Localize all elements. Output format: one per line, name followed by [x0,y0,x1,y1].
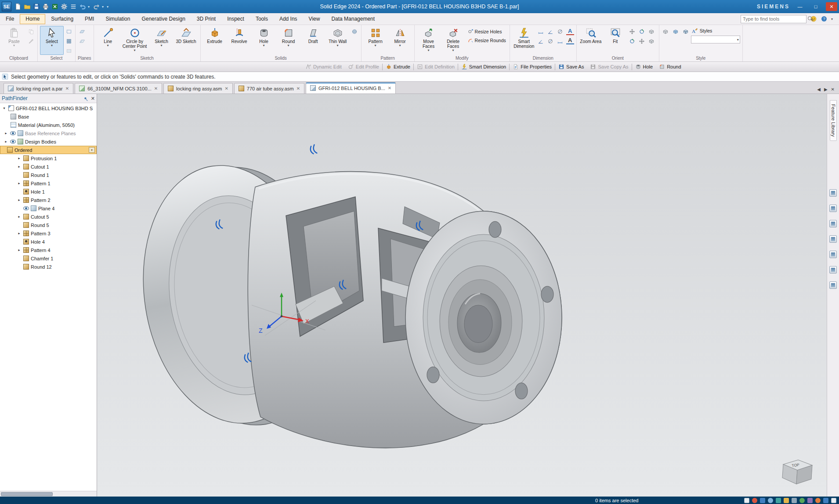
status-tray-icon[interactable] [807,498,813,503]
styles-dropdown[interactable]: ▾ [691,36,740,43]
pathfinder-item-round-1[interactable]: Round 1 [0,171,97,179]
menu-tab-inspect[interactable]: Inspect [221,14,250,24]
tab-close-icon[interactable]: ✕ [65,86,69,91]
menu-tab-home[interactable]: Home [20,14,45,24]
print-icon[interactable] [42,3,50,11]
new-document-icon[interactable] [14,3,22,11]
pathfinder-item-design-bodies[interactable]: ▸ Design Bodies [0,137,97,146]
pathfinder-hscrollbar[interactable] [0,491,97,497]
delete-faces-button[interactable]: Delete Faces ▾ [441,26,465,55]
close-button[interactable]: ✕ [826,2,837,11]
menu-tab-simulation[interactable]: Simulation [100,14,136,24]
round-toolbar-button[interactable]: Round [656,62,684,72]
panel-icon[interactable] [829,235,837,243]
pathfinder-item-pattern-2[interactable]: ▸ Pattern 2 [0,196,97,204]
pathfinder-item-round-5[interactable]: Round 5 [0,221,97,229]
panel-icon[interactable] [829,189,837,197]
list-icon[interactable] [69,3,77,11]
3d-viewport[interactable]: X Z TOP [97,94,827,497]
view-overrides-icon[interactable] [648,38,655,44]
status-tray-icon[interactable] [799,498,805,503]
mirror-button[interactable]: Mirror ▾ [388,26,412,55]
tab-bar-close-icon[interactable]: ✕ [831,87,835,92]
pathfinder-item-root[interactable]: ▾ GFRI-012 BELL HOUSING B3HD S [0,104,97,112]
pathfinder-item-cutout-5[interactable]: ▸ Cutout 5 [0,212,97,221]
doc-tab-770-air-tube[interactable]: 770 air tube assy.asm ✕ [234,83,304,94]
expander-icon[interactable]: ▸ [17,198,22,202]
panel-icon[interactable] [829,281,837,289]
menu-tab-generative-design[interactable]: Generative Design [136,14,191,24]
pathfinder-item-cutout-1[interactable]: ▸ Cutout 1 [0,162,97,171]
maximize-button[interactable]: □ [810,2,821,11]
pathfinder-item-material[interactable]: Material (Aluminum, 5050) [0,121,97,129]
pan-icon[interactable] [629,29,635,35]
undo-icon[interactable] [79,3,87,11]
angle-between-icon[interactable] [547,29,553,35]
pathfinder-item-round-12[interactable]: Round 12 [0,263,97,271]
file-properties-button[interactable]: File Properties [510,62,555,72]
open-icon[interactable] [23,3,31,11]
panel-icon[interactable] [829,266,837,274]
format-painter-icon[interactable] [28,38,34,44]
status-tray-icon[interactable] [768,498,773,503]
redo-icon[interactable] [93,3,101,11]
expander-icon[interactable]: ▸ [4,140,8,144]
dimension-more-icon[interactable] [557,38,563,44]
pattern-button[interactable]: Pattern ▾ [364,26,387,55]
panel-icon[interactable] [829,220,837,227]
edit-definition-button[interactable]: Edit Definition [414,62,458,72]
status-tray-icon[interactable] [744,498,749,503]
named-views-icon[interactable] [648,29,655,35]
sketch-button[interactable]: Sketch ▾ [150,26,174,55]
visible-edges-icon[interactable] [662,29,669,35]
ordered-options-icon[interactable]: ▾ [89,147,95,153]
status-tray-icon[interactable] [815,498,821,503]
status-tray-icon[interactable] [760,498,765,503]
menu-tab-pmi[interactable]: PMI [79,14,100,24]
symmetric-diameter-icon[interactable] [538,38,544,44]
extrude-button[interactable]: Extrude [203,26,227,55]
doc-tab-locking-ring-assy[interactable]: locking ring assy.asm ✕ [163,83,233,94]
visibility-eye-icon[interactable] [23,206,29,210]
dynamic-edit-button[interactable]: Dynamic Edit [302,62,345,72]
line-button[interactable]: Line ▾ [96,26,120,55]
status-tray-icon[interactable] [784,498,789,503]
panel-icon[interactable] [829,205,837,212]
select-tool-button[interactable]: Select ▾ [40,26,64,55]
text-profile-icon[interactable]: A [566,36,574,44]
view-cube[interactable]: TOP [782,460,812,484]
select-options-icon[interactable] [66,38,72,44]
draft-button[interactable]: Draft [301,26,325,55]
circle-by-center-point-button[interactable]: Circle by Center Point ▾ [121,26,149,55]
visibility-eye-icon[interactable] [10,131,16,135]
panel-icon[interactable] [829,251,837,258]
text-annotation-icon[interactable]: A [566,27,574,35]
pathfinder-item-pattern-3[interactable]: ▸ Pattern 3 [0,229,97,238]
move-faces-button[interactable]: Move Faces ▾ [417,26,441,55]
expander-icon[interactable]: ▸ [17,248,22,252]
save-icon[interactable] [33,3,40,11]
search-input[interactable] [741,16,807,22]
close-panel-icon[interactable]: ✕ [91,96,95,101]
save-copy-as-button[interactable]: Save Copy As [587,62,631,72]
status-tray-icon[interactable] [776,498,781,503]
bell-housing-model[interactable]: X Z TOP [97,94,827,497]
resize-rounds-button[interactable]: Resize Rounds [466,36,507,44]
expander-icon[interactable]: ▸ [17,156,22,160]
redo-dropdown-icon[interactable]: ▾ [102,5,105,9]
3d-sketch-button[interactable]: 3D Sketch [174,26,198,55]
status-tray-icon[interactable] [823,498,828,503]
paste-button[interactable]: Paste ▾ [2,26,26,55]
pin-panel-icon[interactable] [83,96,89,101]
save-as-button[interactable]: Save As [555,62,587,72]
tab-close-icon[interactable]: ✕ [154,86,158,91]
round-button[interactable]: Round ▾ [277,26,300,55]
expander-icon[interactable]: ▸ [17,215,22,219]
pathfinder-item-pattern-4[interactable]: ▸ Pattern 4 [0,246,97,254]
copy-icon[interactable] [28,29,34,35]
status-tray-icon[interactable] [752,498,757,503]
expander-icon[interactable]: ▸ [17,231,22,235]
tab-close-icon[interactable]: ✕ [224,86,228,91]
pathfinder-item-base[interactable]: Base [0,112,97,121]
app-icon[interactable]: SE [2,2,11,11]
